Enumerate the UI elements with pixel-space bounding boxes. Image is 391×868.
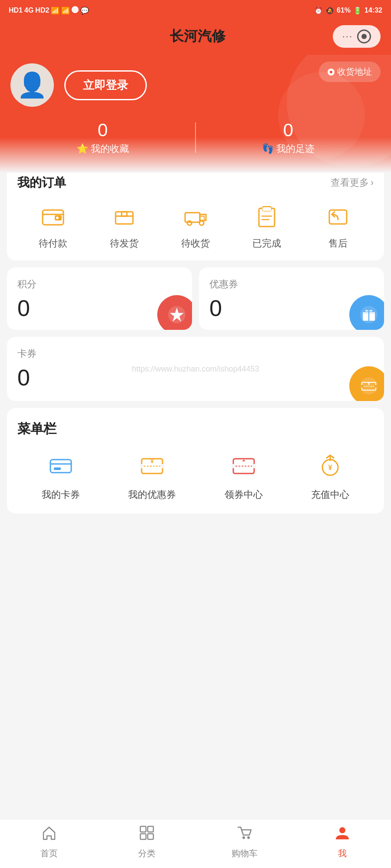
coupon-menu-svg: ¥ [139,453,165,479]
my-coupons-menu-label: 我的优惠券 [128,488,176,501]
card-voucher-label: 卡券 [17,347,374,360]
coupons-card[interactable]: 优惠券 0 [199,267,384,330]
svg-point-26 [374,385,377,388]
menu-item-my-coupons[interactable]: ¥ 我的优惠券 [128,448,176,501]
category-nav-label: 分类 [138,848,156,859]
points-card[interactable]: 积分 0 [7,267,192,330]
my-coupons-menu-icon: ¥ [135,448,169,483]
mute-icon: 🔕 [325,7,334,15]
address-button[interactable]: 收货地址 [319,62,381,82]
order-item-aftersale[interactable]: 售后 [322,201,354,250]
menu-item-card-voucher[interactable]: 我的卡券 [42,448,80,501]
login-button[interactable]: 立即登录 [64,70,147,100]
order-icons-row: 待付款 待发货 [17,201,374,250]
profile-icon [334,825,351,845]
menu-title: 菜单栏 [17,420,374,438]
order-card-header: 我的订单 查看更多 › [17,174,374,191]
clipboard-svg-icon [255,205,279,229]
order-more-label: 查看更多 [331,176,369,189]
svg-point-37 [231,464,235,468]
card-menu-svg [48,453,74,479]
truck-svg-icon [183,205,208,229]
collections-count: 0 [10,120,195,141]
collections-stat[interactable]: 0 ⭐ 我的收藏 [10,120,195,155]
star-icon: ⭐ [76,143,88,155]
star-badge-svg [167,305,186,324]
status-bar: HD1 4G HD2 📶 📶 🅤 💬 ⏰ 🔕 61% 🔋 14:32 [0,0,391,21]
more-dots-icon: ··· [342,31,353,42]
vpn-icon: 🅤 [72,7,79,14]
category-icon [139,825,155,845]
svg-text:¥: ¥ [151,458,154,464]
svg-rect-45 [140,834,146,839]
nav-item-profile[interactable]: 我 [316,825,368,859]
profile-nav-label: 我 [338,848,347,859]
profile-section: 👤 立即登录 收货地址 0 ⭐ 我的收藏 0 👣 我的足迹 [0,55,391,173]
coupons-label: 优惠券 [209,278,374,291]
pending-pay-label: 待付款 [39,237,67,250]
status-hd1: HD1 [9,7,23,14]
status-4g: 4G [24,7,33,14]
order-item-completed[interactable]: 已完成 [251,201,282,250]
menu-item-coupon-center[interactable]: 领券中心 [225,448,263,501]
bottom-spacer [7,520,384,572]
cart-nav-label: 购物车 [232,848,258,859]
svg-rect-12 [262,207,271,211]
avatar-icon: 👤 [17,71,47,99]
card-voucher-menu-label: 我的卡券 [42,488,80,501]
signal-icon2: 📶 [61,7,70,15]
footprint-label: 👣 我的足迹 [196,142,381,155]
svg-text:¥: ¥ [368,381,370,386]
menu-item-recharge[interactable]: ¥ 充值中心 [311,448,349,501]
pending-receive-label: 待收货 [181,237,210,250]
nav-item-cart[interactable]: 购物车 [219,825,271,859]
main-content: 我的订单 查看更多 › 待付款 [0,164,391,572]
location-pin-icon [328,69,335,76]
chevron-right-icon: › [371,177,374,188]
address-label: 收货地址 [337,66,372,78]
recharge-menu-label: 充值中心 [311,488,349,501]
recharge-menu-svg: ¥ [317,453,343,479]
camera-icon [357,30,371,43]
message-icon: 💬 [80,7,89,15]
pending-ship-label: 待发货 [110,237,139,250]
clock: 14:32 [364,7,382,14]
svg-point-49 [339,827,345,833]
home-icon [41,825,57,845]
svg-point-38 [252,464,256,468]
ticket-menu-svg [231,453,257,479]
order-item-pending-receive[interactable]: 待收货 [180,201,211,250]
svg-rect-46 [148,834,153,839]
status-left: HD1 4G HD2 📶 📶 🅤 💬 [9,7,89,15]
status-right: ⏰ 🔕 61% 🔋 14:32 [314,7,382,15]
svg-point-48 [247,836,250,839]
header-more-button[interactable]: ··· [333,25,381,48]
order-more-link[interactable]: 查看更多 › [331,176,374,189]
card-voucher-menu-icon [43,448,78,483]
footprint-stat[interactable]: 0 👣 我的足迹 [196,120,381,155]
wallet-svg-icon [41,205,65,229]
svg-rect-30 [54,467,61,470]
order-title: 我的订单 [17,174,66,191]
collections-label: ⭐ 我的收藏 [10,142,195,155]
card-voucher-card[interactable]: 卡券 0 https://www.huzhan.com/ishop44453 ¥ [7,337,384,401]
order-card: 我的订单 查看更多 › 待付款 [7,164,384,260]
svg-point-9 [199,221,204,225]
home-svg-icon [41,825,57,841]
pending-pay-icon [37,201,69,233]
pending-receive-icon [180,201,211,233]
svg-point-32 [139,464,144,468]
camera-lens [361,34,367,39]
svg-point-47 [242,836,245,839]
nav-item-home[interactable]: 首页 [23,825,75,859]
nav-item-category[interactable]: 分类 [121,825,173,859]
order-item-pending-pay[interactable]: 待付款 [37,201,69,250]
svg-point-25 [361,385,363,388]
battery-percent: 61% [337,7,351,14]
order-item-pending-ship[interactable]: 待发货 [109,201,140,250]
footprint-icon: 👣 [262,143,274,155]
avatar: 👤 [10,63,54,107]
return-svg-icon [326,205,350,229]
svg-point-33 [160,464,165,468]
ticket-badge-svg: ¥ [359,376,378,395]
